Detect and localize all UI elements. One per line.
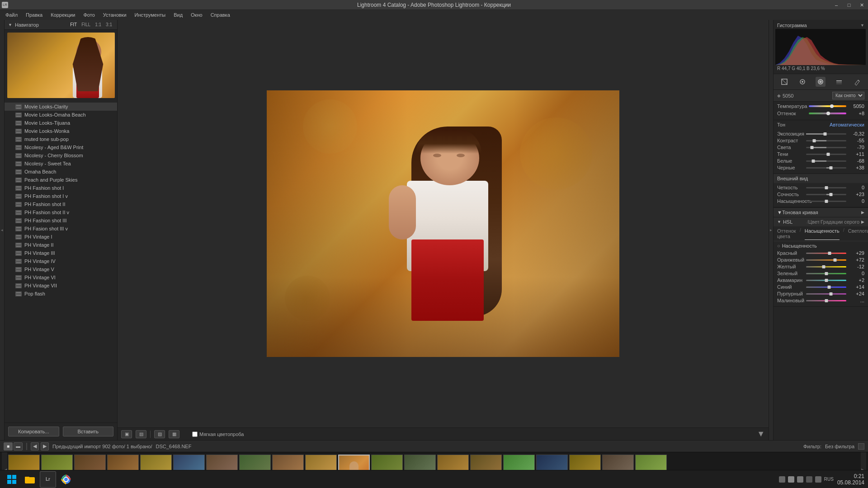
preset-nicolesy-sweet[interactable]: Nicolesy - Sweet Tea <box>5 160 117 168</box>
sat-blue-slider[interactable] <box>806 286 846 288</box>
preset-ph-fashion-iii[interactable]: PH Fashion shot III <box>5 216 117 225</box>
menu-photo[interactable]: Фото <box>80 11 99 19</box>
tone-curve-header[interactable]: ▼ Тоновая кривая ▶ <box>774 207 868 217</box>
preset-label: PH Fashion shot I v <box>24 193 68 199</box>
preset-omaha-beach[interactable]: Omaha Beach <box>5 168 117 176</box>
sat-aqua-slider[interactable] <box>806 280 846 281</box>
preset-ph-vintage-vii[interactable]: PH Vintage VII <box>5 282 117 290</box>
preset-nicolesy-bw[interactable]: Nicolesy - Aged B&W Print <box>5 143 117 151</box>
spot-heal-tool[interactable] <box>797 77 807 87</box>
sat-purple-slider[interactable] <box>806 293 846 295</box>
preset-pop-flash[interactable]: Pop flash <box>5 290 117 298</box>
file-explorer-button[interactable] <box>22 471 38 488</box>
temperature-value: 5050 <box>846 103 864 109</box>
soft-proof-input[interactable] <box>192 432 198 437</box>
vibrance-slider[interactable] <box>806 194 846 195</box>
exposure-slider[interactable] <box>806 133 846 135</box>
zoom-3to1[interactable]: 3:1 <box>104 22 113 28</box>
view-grid-btn[interactable]: ■ <box>4 442 13 450</box>
preset-ph-vintage-vi[interactable]: PH Vintage VI <box>5 273 117 282</box>
hsl-header[interactable]: ▼ HSL / Цвет / Градации серого ▶ <box>774 217 868 226</box>
sat-yellow-slider[interactable] <box>806 266 846 267</box>
preset-ph-fashion-ii[interactable]: PH Fashion shot II <box>5 200 117 208</box>
preset-ph-vintage-iii[interactable]: PH Vintage III <box>5 249 117 257</box>
view-list-btn[interactable]: ▬ <box>14 442 23 450</box>
left-panel-collapse[interactable]: ◂ <box>0 20 5 440</box>
hsl-tab-lightness[interactable]: Светлота <box>848 227 868 240</box>
preset-ph-vintage-i[interactable]: PH Vintage I <box>5 233 117 241</box>
whites-slider[interactable] <box>806 160 846 162</box>
single-view-button[interactable]: ▣ <box>121 430 132 438</box>
highlights-slider[interactable] <box>806 147 846 148</box>
shadows-slider[interactable] <box>806 154 846 155</box>
preset-ph-fashion-i[interactable]: PH Fashion shot I <box>5 184 117 192</box>
menu-file[interactable]: Файл <box>2 11 21 19</box>
redeye-tool[interactable] <box>816 77 826 87</box>
zoom-fit[interactable]: FIT <box>69 22 78 28</box>
volume-icon[interactable] <box>806 476 812 483</box>
clarity-slider[interactable] <box>806 187 846 188</box>
adjustment-brush-tool[interactable] <box>852 77 862 87</box>
preset-movie-looks-clarity[interactable]: Movie Looks-Clarity <box>5 103 117 111</box>
menu-help[interactable]: Справка <box>207 11 234 19</box>
hsl-tab-saturation[interactable]: Насыщенность <box>805 227 840 240</box>
saturation-slider[interactable] <box>806 201 846 202</box>
copy-button[interactable]: Копировать... <box>8 427 59 436</box>
sat-circle-icon[interactable]: ○ <box>777 243 780 249</box>
preset-ph-vintage-iv[interactable]: PH Vintage IV <box>5 257 117 265</box>
tone-auto-button[interactable]: Автоматически <box>830 122 864 127</box>
start-button[interactable] <box>4 471 20 488</box>
hsl-tab-hue[interactable]: Оттенок цвета <box>777 227 796 240</box>
contrast-slider[interactable] <box>806 140 846 141</box>
menu-edit[interactable]: Правка <box>22 11 46 19</box>
sat-red-slider[interactable] <box>806 253 846 254</box>
menu-tools[interactable]: Инструменты <box>131 11 170 19</box>
preset-ph-fashion-iiv[interactable]: PH Fashion shot II v <box>5 208 117 216</box>
sat-magenta-slider[interactable] <box>806 300 846 301</box>
close-button[interactable]: ✕ <box>855 0 868 10</box>
preset-movie-looks-wonka[interactable]: Movie Looks-Wonka <box>5 127 117 135</box>
right-panel-collapse[interactable]: ▸ <box>769 20 773 440</box>
soft-proof-checkbox[interactable]: Мягкая цветопроба <box>192 432 244 437</box>
histogram-collapse[interactable]: ▼ <box>860 23 864 28</box>
preset-ph-fashion-iv[interactable]: PH Fashion shot I v <box>5 192 117 200</box>
preset-muted-tone[interactable]: muted tone sub-pop <box>5 135 117 143</box>
compare-view-button[interactable]: ▤ <box>136 430 146 438</box>
toolbar-dropdown-arrow[interactable]: ▼ <box>757 429 765 438</box>
wb-preset-select[interactable]: Как снято <box>832 92 864 99</box>
filename-display[interactable]: DSC_6468.NEF <box>156 444 192 449</box>
tint-slider[interactable] <box>809 113 846 114</box>
menu-corrections[interactable]: Коррекции <box>47 11 79 19</box>
paste-button[interactable]: Вставить <box>63 427 114 436</box>
preset-ph-fasion-iiiv[interactable]: PH Fasion shot III v <box>5 225 117 233</box>
survey-view-button[interactable]: ▦ <box>169 430 179 438</box>
prev-arrow-btn[interactable]: ◀ <box>31 442 39 450</box>
minimize-button[interactable]: – <box>830 0 843 10</box>
preset-ph-vintage-v[interactable]: PH Vintage V <box>5 265 117 273</box>
grid-view-button[interactable]: ▧ <box>154 430 165 438</box>
menu-window[interactable]: Окно <box>187 11 206 19</box>
appearance-header[interactable]: Внешний вид <box>774 174 868 183</box>
preset-movie-looks-tijuana[interactable]: Movie Looks-Tijuana <box>5 119 117 127</box>
menu-settings[interactable]: Установки <box>99 11 130 19</box>
maximize-button[interactable]: □ <box>843 0 855 10</box>
eyedropper-icon[interactable]: ◆ <box>777 93 781 98</box>
sat-orange-slider[interactable] <box>806 259 846 261</box>
preset-peach-purple[interactable]: Peach and Purple Skies <box>5 176 117 184</box>
filter-toggle[interactable] <box>858 443 864 450</box>
preset-movie-looks-omaha[interactable]: Movie Looks-Omaha Beach <box>5 111 117 119</box>
menu-view[interactable]: Вид <box>170 11 186 19</box>
zoom-fill[interactable]: FILL <box>80 22 92 28</box>
lightroom-taskbar-button[interactable]: Lr <box>40 471 56 488</box>
next-arrow-btn[interactable]: ▶ <box>41 442 49 450</box>
sat-green-slider[interactable] <box>806 273 846 274</box>
graduated-filter-tool[interactable] <box>834 77 844 87</box>
crop-tool[interactable] <box>779 77 789 87</box>
temperature-slider[interactable] <box>809 105 846 107</box>
preset-nicolesy-cherry[interactable]: Nicolesy - Cherry Blossom <box>5 151 117 160</box>
preset-ph-vintage-ii[interactable]: PH Vintage II <box>5 241 117 249</box>
network-icon[interactable] <box>815 476 821 483</box>
zoom-1to1[interactable]: 1:1 <box>94 22 103 28</box>
chrome-button[interactable] <box>58 471 74 488</box>
blacks-slider[interactable] <box>806 167 846 169</box>
